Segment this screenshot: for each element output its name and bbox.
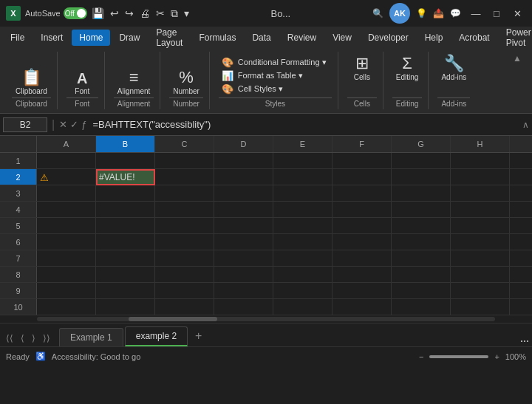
row-header-9[interactable]: 9 (0, 283, 37, 298)
cell-d3[interactable] (214, 185, 273, 202)
addins-button[interactable]: 🔧 Add-ins (437, 53, 470, 83)
cell-c6[interactable] (155, 234, 214, 250)
cell-f2[interactable] (332, 169, 392, 185)
cell-c2[interactable] (155, 169, 214, 185)
cell-e2[interactable] (273, 169, 332, 185)
cell-c10[interactable] (155, 299, 214, 315)
save-icon[interactable]: 💾 (92, 7, 104, 19)
menu-data[interactable]: Data (245, 30, 278, 46)
alignment-button[interactable]: ≡ Alignment (114, 67, 154, 97)
cell-h2[interactable] (451, 169, 510, 185)
row-header-4[interactable]: 4 (0, 202, 37, 217)
sheet-nav-right[interactable]: ⟩ (29, 330, 38, 346)
search-icon[interactable]: 🔍 (372, 8, 383, 18)
menu-help[interactable]: Help (417, 30, 451, 46)
menu-home[interactable]: Home (72, 30, 110, 46)
user-avatar[interactable]: AK (389, 3, 410, 24)
cell-d7[interactable] (214, 250, 273, 267)
cell-a6[interactable] (37, 234, 96, 250)
cell-d10[interactable] (214, 299, 273, 315)
col-header-h[interactable]: H (451, 136, 510, 152)
col-header-c[interactable]: C (155, 136, 214, 152)
cell-b8[interactable] (96, 267, 155, 283)
cell-a8[interactable] (37, 267, 96, 283)
comment-icon[interactable]: 💬 (450, 8, 461, 18)
cell-f9[interactable] (332, 283, 392, 299)
cell-e1[interactable] (273, 153, 332, 169)
menu-insert[interactable]: Insert (33, 30, 70, 46)
row-header-5[interactable]: 5 (0, 218, 37, 233)
menu-developer[interactable]: Developer (361, 30, 416, 46)
sheet-tab-example2[interactable]: example 2 (125, 326, 188, 346)
conditional-formatting-button[interactable]: 🎨 Conditional Formatting ▾ (219, 56, 332, 69)
cell-h7[interactable] (451, 250, 510, 267)
editing-button[interactable]: Σ Editing (392, 53, 423, 83)
cell-g5[interactable] (392, 218, 451, 234)
cell-c9[interactable] (155, 283, 214, 299)
col-header-b[interactable]: B (96, 136, 155, 152)
cell-e4[interactable] (273, 202, 332, 218)
col-header-f[interactable]: F (332, 136, 392, 152)
copy-icon[interactable]: ⧉ (171, 7, 178, 20)
sheet-nav-left[interactable]: ⟨ (18, 330, 27, 346)
col-header-a[interactable]: A (37, 136, 96, 152)
cell-b3[interactable] (96, 185, 155, 202)
col-header-d[interactable]: D (214, 136, 273, 152)
horizontal-scrollbar[interactable] (0, 315, 532, 323)
cell-e8[interactable] (273, 267, 332, 283)
cells-button[interactable]: ⊞ Cells (347, 53, 377, 83)
share-icon[interactable]: 📤 (433, 8, 444, 18)
cell-b10[interactable] (96, 299, 155, 315)
cell-e3[interactable] (273, 185, 332, 202)
cell-a4[interactable] (37, 202, 96, 218)
cell-d9[interactable] (214, 283, 273, 299)
cell-d6[interactable] (214, 234, 273, 250)
menu-page-layout[interactable]: Page Layout (149, 24, 190, 51)
autosave-toggle[interactable]: Off (64, 7, 87, 19)
cell-g7[interactable] (392, 250, 451, 267)
cell-c8[interactable] (155, 267, 214, 283)
add-sheet-button[interactable]: + (189, 326, 208, 346)
row-header-1[interactable]: 1 (0, 153, 37, 168)
cell-g1[interactable] (392, 153, 451, 169)
menu-file[interactable]: File (3, 30, 32, 46)
font-button[interactable]: A Font (67, 69, 97, 97)
format-table-button[interactable]: 📊 Format as Table ▾ (219, 69, 332, 82)
cell-b5[interactable] (96, 218, 155, 234)
number-button[interactable]: % Number (169, 67, 203, 97)
cell-a9[interactable] (37, 283, 96, 299)
col-header-e[interactable]: E (273, 136, 332, 152)
cell-e5[interactable] (273, 218, 332, 234)
cell-h4[interactable] (451, 202, 510, 218)
menu-review[interactable]: Review (280, 30, 324, 46)
cell-a2[interactable]: ⚠ (37, 169, 96, 185)
confirm-formula-icon[interactable]: ✓ (70, 119, 78, 130)
cell-styles-button[interactable]: 🎨 Cell Styles ▾ (219, 83, 332, 95)
cell-f6[interactable] (332, 234, 392, 250)
cell-g6[interactable] (392, 234, 451, 250)
cell-d8[interactable] (214, 267, 273, 283)
cell-a7[interactable] (37, 250, 96, 267)
close-button[interactable]: ✕ (508, 4, 526, 22)
cancel-formula-icon[interactable]: ✕ (59, 119, 67, 130)
clipboard-button[interactable]: 📋 Clipboard (12, 67, 51, 97)
menu-acrobat[interactable]: Acrobat (451, 30, 497, 46)
sheet-tab-example1[interactable]: Example 1 (59, 328, 123, 346)
cell-g3[interactable] (392, 185, 451, 202)
cell-c7[interactable] (155, 250, 214, 267)
cell-c3[interactable] (155, 185, 214, 202)
col-header-g[interactable]: G (392, 136, 451, 152)
cell-reference-box[interactable]: B2 (3, 117, 47, 132)
insert-function-icon[interactable]: ƒ (81, 119, 86, 130)
print-icon[interactable]: 🖨 (140, 7, 150, 19)
row-header-10[interactable]: 10 (0, 299, 37, 315)
cell-f1[interactable] (332, 153, 392, 169)
cell-b9[interactable] (96, 283, 155, 299)
cell-a1[interactable] (37, 153, 96, 169)
cell-d4[interactable] (214, 202, 273, 218)
cell-b4[interactable] (96, 202, 155, 218)
cell-d5[interactable] (214, 218, 273, 234)
cell-b1[interactable] (96, 153, 155, 169)
menu-view[interactable]: View (325, 30, 359, 46)
cell-g9[interactable] (392, 283, 451, 299)
